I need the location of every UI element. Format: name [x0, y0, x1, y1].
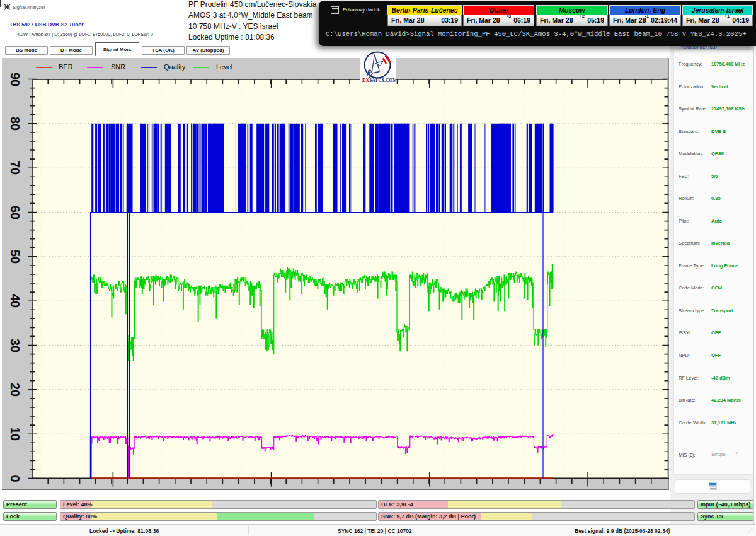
- svg-text:DXSATCS.COM: DXSATCS.COM: [362, 78, 396, 83]
